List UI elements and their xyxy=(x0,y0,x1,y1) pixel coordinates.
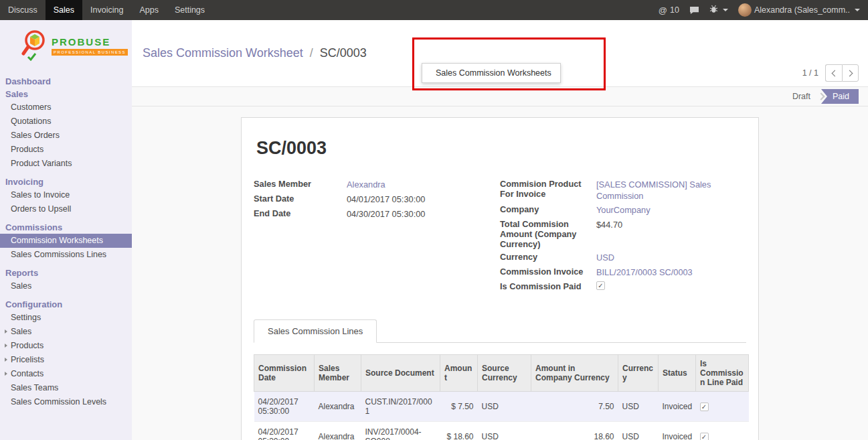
sidebar-menu: Dashboard Sales Customers Quotations Sal… xyxy=(0,70,132,409)
col-source-document[interactable]: Source Document xyxy=(361,355,440,392)
sidebar-section-reports[interactable]: Reports xyxy=(0,267,132,279)
topbar-systray: @ 10 Alexandra (Sales_comm.. xyxy=(659,0,868,20)
pager-previous-button[interactable] xyxy=(825,64,842,82)
field-company: Company YourCompany xyxy=(500,204,746,216)
sidebar-item-config-products[interactable]: Products xyxy=(0,339,132,353)
field-end-date: End Date 04/30/2017 05:30:00 xyxy=(254,208,500,220)
stage-paid[interactable]: Paid xyxy=(821,89,859,104)
sidebar-item-commission-worksheets[interactable]: Commission Worksheets xyxy=(0,234,132,248)
cell-line-paid xyxy=(696,392,749,422)
sidebar-section-dashboard[interactable]: Dashboard xyxy=(0,75,132,88)
commission-invoice-link[interactable]: BILL/2017/0003 SC/0003 xyxy=(596,267,693,278)
main-content: Sales Commission Worksheet / SC/0003 Pri… xyxy=(132,20,868,440)
col-status[interactable]: Status xyxy=(659,355,696,392)
cell-currency: USD xyxy=(618,392,659,422)
cell-source-document: CUST.IN/2017/0001 xyxy=(361,392,440,422)
currency-link[interactable]: USD xyxy=(596,252,614,263)
menu-invoicing[interactable]: Invoicing xyxy=(82,0,131,20)
field-start-date: Start Date 04/01/2017 05:30:00 xyxy=(254,194,500,206)
sidebar-section-invoicing[interactable]: Invoicing xyxy=(0,175,132,188)
chevron-right-icon xyxy=(846,70,853,76)
sidebar-item-settings[interactable]: Settings xyxy=(0,311,132,325)
messages-icon[interactable] xyxy=(689,6,699,15)
sidebar-section-commissions[interactable]: Commissions xyxy=(0,221,132,234)
cell-amount: $ 18.60 xyxy=(440,422,478,440)
col-amount[interactable]: Amount xyxy=(440,355,478,392)
menu-discuss[interactable]: Discuss xyxy=(0,0,46,20)
field-sales-member: Sales Member Alexandra xyxy=(254,179,500,191)
col-amount-company-currency[interactable]: Amount in Company Currency xyxy=(531,355,618,392)
cell-commission-date: 04/20/2017 05:30:00 xyxy=(254,392,315,422)
sidebar-item-sales-orders[interactable]: Sales Orders xyxy=(0,129,132,143)
field-is-commission-paid: Is Commission Paid xyxy=(500,281,746,293)
menu-settings[interactable]: Settings xyxy=(167,0,213,20)
sidebar-item-product-variants[interactable]: Product Variants xyxy=(0,157,132,171)
cell-source-document: INV/2017/0004-SO008 xyxy=(361,422,440,440)
mention-count: 10 xyxy=(670,5,679,15)
cell-status: Invoiced xyxy=(659,392,696,422)
sidebar-item-config-sales[interactable]: Sales xyxy=(0,325,132,339)
stage-draft[interactable]: Draft xyxy=(792,92,810,101)
sidebar: PROBUSE PROFESSIONAL BUSINESS Dashboard … xyxy=(0,20,132,440)
field-commission-invoice: Commission Invoice BILL/2017/0003 SC/000… xyxy=(500,267,746,279)
col-is-commission-line-paid[interactable]: Is Commission Line Paid xyxy=(696,355,749,392)
sidebar-item-reports-sales[interactable]: Sales xyxy=(0,279,132,293)
col-commission-date[interactable]: Commission Date xyxy=(254,355,315,392)
sidebar-section-configuration[interactable]: Configuration xyxy=(0,298,132,311)
menu-sales[interactable]: Sales xyxy=(46,0,82,20)
cell-line-paid xyxy=(696,422,749,440)
line-paid-checkbox xyxy=(700,433,709,440)
sidebar-item-products[interactable]: Products xyxy=(0,143,132,157)
notebook: Sales Commission Lines Commission Date S… xyxy=(254,319,746,440)
sidebar-item-customers[interactable]: Customers xyxy=(0,100,132,115)
sidebar-item-contacts[interactable]: Contacts xyxy=(0,367,132,381)
form-sheet: SC/0003 Sales Member Alexandra Start Dat… xyxy=(241,117,759,440)
topbar: Discuss Sales Invoicing Apps Settings @ … xyxy=(0,0,868,20)
sidebar-item-pricelists[interactable]: Pricelists xyxy=(0,353,132,367)
sidebar-item-sales-to-invoice[interactable]: Sales to Invoice xyxy=(0,188,132,202)
start-date-value: 04/01/2017 05:30:00 xyxy=(347,194,425,205)
cell-amount-company: 7.50 xyxy=(531,392,618,422)
col-currency[interactable]: Currency xyxy=(618,355,659,392)
sidebar-item-sales-teams[interactable]: Sales Teams xyxy=(0,381,132,395)
pager-next-button[interactable] xyxy=(842,64,859,82)
tab-sales-commission-lines[interactable]: Sales Commission Lines xyxy=(254,319,377,343)
sidebar-section-sales[interactable]: Sales xyxy=(0,88,132,100)
cell-amount: $ 7.50 xyxy=(440,392,478,422)
field-commission-product: Commision Product For Invoice [SALES COM… xyxy=(500,179,746,202)
topbar-menu: Discuss Sales Invoicing Apps Settings xyxy=(0,0,213,20)
menu-apps[interactable]: Apps xyxy=(131,0,167,20)
cell-sales-member: Alexandra xyxy=(315,392,361,422)
sidebar-item-orders-to-upsell[interactable]: Orders to Upsell xyxy=(0,202,132,216)
breadcrumb: Sales Commission Worksheet / SC/0003 xyxy=(143,46,367,60)
commission-product-link[interactable]: [SALES COMMISSION] Sales Commission xyxy=(596,179,746,202)
sidebar-item-quotations[interactable]: Quotations xyxy=(0,115,132,129)
magnifier-logo-icon xyxy=(21,29,48,63)
probuse-logo[interactable]: PROBUSE PROFESSIONAL BUSINESS xyxy=(0,20,132,70)
mentions-counter[interactable]: @ 10 xyxy=(659,5,679,15)
col-source-currency[interactable]: Source Currency xyxy=(478,355,531,392)
debug-menu[interactable] xyxy=(709,5,728,15)
user-name: Alexandra (Sales_comm.. xyxy=(754,5,850,15)
chevron-left-icon xyxy=(832,70,839,76)
bug-icon xyxy=(709,5,718,15)
breadcrumb-current: SC/0003 xyxy=(320,46,367,60)
sidebar-item-sales-commissions-lines[interactable]: Sales Commissions Lines xyxy=(0,248,132,262)
dropdown-item-sales-commission-worksheets[interactable]: Sales Commission Worksheets xyxy=(422,64,560,82)
table-row[interactable]: 04/20/2017 05:30:00 Alexandra INV/2017/0… xyxy=(254,422,749,440)
breadcrumb-parent[interactable]: Sales Commission Worksheet xyxy=(143,46,303,60)
sales-member-link[interactable]: Alexandra xyxy=(347,179,385,190)
company-link[interactable]: YourCompany xyxy=(596,204,650,216)
sidebar-item-sales-commission-levels[interactable]: Sales Commission Levels xyxy=(0,395,132,409)
user-menu[interactable]: Alexandra (Sales_comm.. xyxy=(738,3,860,17)
logo-brand: PROBUSE xyxy=(52,36,128,48)
cell-source-currency: USD xyxy=(478,422,531,440)
cell-status: Invoiced xyxy=(659,422,696,440)
pager: 1 / 1 xyxy=(802,64,859,82)
col-sales-member[interactable]: Sales Member xyxy=(315,355,361,392)
breadcrumb-separator: / xyxy=(310,46,313,60)
end-date-value: 04/30/2017 05:30:00 xyxy=(347,208,425,220)
table-row[interactable]: 04/20/2017 05:30:00 Alexandra CUST.IN/20… xyxy=(254,392,749,422)
statusbar: Draft Paid xyxy=(132,87,868,106)
total-commission-amount-value: $44.70 xyxy=(596,219,622,230)
